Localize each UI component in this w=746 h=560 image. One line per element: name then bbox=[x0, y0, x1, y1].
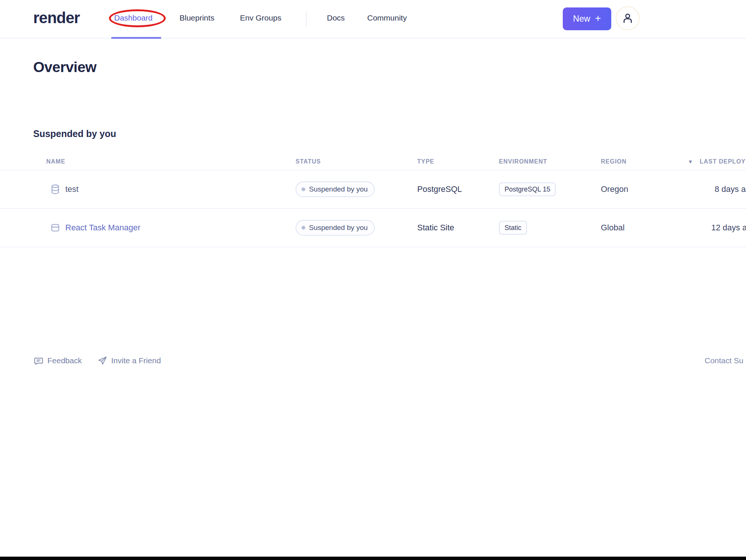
top-navigation-bar: render Dashboard Blueprints Env Groups D… bbox=[0, 0, 746, 38]
contact-support-label: Contact Su bbox=[705, 356, 743, 365]
status-badge-label: Suspended by you bbox=[309, 185, 368, 193]
account-avatar-button[interactable] bbox=[616, 6, 640, 30]
column-header-name[interactable]: NAME bbox=[46, 158, 65, 165]
paper-plane-icon bbox=[97, 356, 107, 366]
nav-item-dashboard[interactable]: Dashboard bbox=[114, 13, 153, 22]
table-header-row: NAME STATUS TYPE ENVIRONMENT REGION ▼ LA… bbox=[0, 156, 746, 170]
last-deploy-cell: 8 days a bbox=[715, 184, 746, 194]
column-header-region[interactable]: REGION bbox=[601, 158, 627, 165]
page-title: Overview bbox=[33, 59, 96, 75]
status-cell: Suspended by you bbox=[296, 181, 375, 197]
type-cell: Static Site bbox=[417, 223, 454, 233]
render-dashboard-page: render Dashboard Blueprints Env Groups D… bbox=[0, 0, 746, 560]
active-tab-underline bbox=[111, 37, 161, 39]
nav-divider bbox=[306, 11, 306, 27]
service-name-link[interactable]: React Task Manager bbox=[65, 223, 140, 233]
status-dot-icon bbox=[302, 226, 305, 230]
environment-badge: PostgreSQL 15 bbox=[499, 183, 556, 196]
last-deploy-cell: 12 days a bbox=[711, 223, 746, 233]
table-row-react-task-manager[interactable]: React Task Manager Suspended by you Stat… bbox=[0, 209, 746, 247]
column-header-type[interactable]: TYPE bbox=[417, 158, 434, 165]
type-cell: PostgreSQL bbox=[417, 184, 462, 194]
status-badge-label: Suspended by you bbox=[309, 224, 368, 232]
environment-cell: PostgreSQL 15 bbox=[499, 183, 556, 196]
region-cell: Oregon bbox=[601, 184, 628, 194]
database-icon bbox=[50, 184, 61, 195]
contact-support-link[interactable]: Contact Su bbox=[705, 353, 743, 368]
region-cell: Global bbox=[601, 223, 625, 233]
feedback-bubble-icon bbox=[34, 356, 44, 366]
static-site-icon bbox=[50, 222, 61, 233]
invite-label: Invite a Friend bbox=[111, 356, 161, 365]
new-button[interactable]: New + bbox=[563, 7, 611, 30]
services-table: NAME STATUS TYPE ENVIRONMENT REGION ▼ LA… bbox=[0, 156, 746, 247]
status-cell: Suspended by you bbox=[296, 220, 375, 236]
nav-item-community[interactable]: Community bbox=[367, 13, 407, 22]
column-header-environment[interactable]: ENVIRONMENT bbox=[499, 158, 547, 165]
invite-a-friend-link[interactable]: Invite a Friend bbox=[97, 353, 161, 368]
table-row-test[interactable]: test Suspended by you PostgreSQL Postgre… bbox=[0, 170, 746, 209]
nav-item-blueprints[interactable]: Blueprints bbox=[180, 13, 214, 22]
service-name-link[interactable]: test bbox=[65, 184, 78, 194]
new-button-label: New bbox=[573, 14, 590, 24]
column-header-status[interactable]: STATUS bbox=[296, 158, 321, 165]
plus-icon: + bbox=[595, 13, 601, 24]
status-dot-icon bbox=[302, 187, 305, 191]
environment-cell: Static bbox=[499, 221, 527, 235]
nav-item-env-groups[interactable]: Env Groups bbox=[240, 13, 281, 22]
person-icon bbox=[621, 12, 634, 25]
section-title-suspended: Suspended by you bbox=[33, 128, 116, 139]
feedback-link[interactable]: Feedback bbox=[34, 353, 82, 368]
status-badge: Suspended by you bbox=[296, 181, 375, 197]
feedback-label: Feedback bbox=[47, 356, 82, 365]
status-badge: Suspended by you bbox=[296, 220, 375, 236]
nav-item-docs[interactable]: Docs bbox=[327, 13, 345, 22]
render-logo[interactable]: render bbox=[33, 9, 80, 27]
environment-badge: Static bbox=[499, 221, 527, 235]
sort-descending-icon[interactable]: ▼ bbox=[688, 159, 693, 165]
bottom-window-edge bbox=[0, 557, 746, 560]
column-header-last-deploy[interactable]: LAST DEPLOY bbox=[700, 158, 746, 165]
